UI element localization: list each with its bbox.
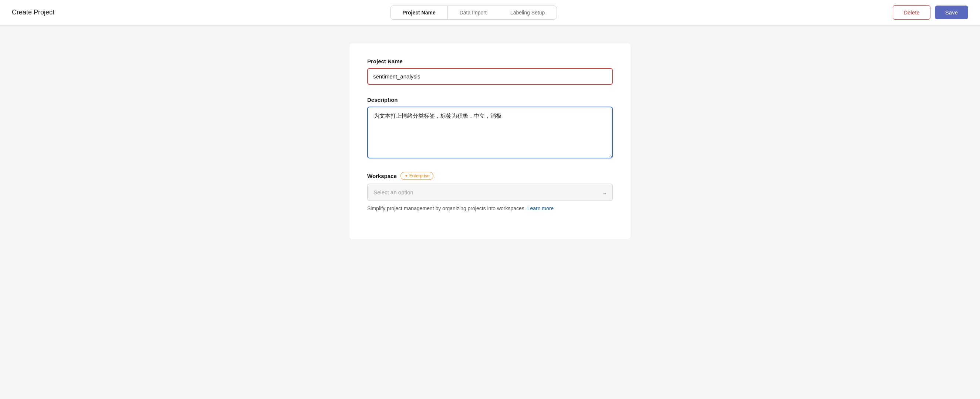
tab-project-name[interactable]: Project Name xyxy=(391,6,447,19)
workspace-group: Workspace ✦ Enterprise Select an option … xyxy=(367,172,613,212)
enterprise-badge-label: Enterprise xyxy=(409,173,430,179)
learn-more-link[interactable]: Learn more xyxy=(527,206,554,211)
tab-data-import[interactable]: Data Import xyxy=(448,6,498,19)
workspace-help-text: Simplify project management by organizin… xyxy=(367,205,613,212)
enterprise-star-icon: ✦ xyxy=(404,174,408,179)
main-content: Project Name Description 为文本打上情绪分类标签，标签为… xyxy=(0,26,980,257)
project-name-label: Project Name xyxy=(367,58,613,64)
page-title: Create Project xyxy=(12,8,54,16)
tab-labeling-setup[interactable]: Labeling Setup xyxy=(498,6,557,19)
description-group: Description 为文本打上情绪分类标签，标签为积极，中立，消极 xyxy=(367,97,613,160)
form-container: Project Name Description 为文本打上情绪分类标签，标签为… xyxy=(350,43,630,239)
help-text-content: Simplify project management by organizin… xyxy=(367,206,526,211)
delete-button[interactable]: Delete xyxy=(893,5,930,20)
workspace-label-row: Workspace ✦ Enterprise xyxy=(367,172,613,180)
enterprise-badge: ✦ Enterprise xyxy=(401,172,434,180)
header: Create Project Project Name Data Import … xyxy=(0,0,980,25)
workspace-label: Workspace xyxy=(367,173,397,179)
workspace-select-wrapper: Select an option ⌄ xyxy=(367,184,613,201)
description-textarea[interactable]: 为文本打上情绪分类标签，标签为积极，中立，消极 xyxy=(367,107,613,158)
save-button[interactable]: Save xyxy=(935,6,968,19)
project-name-input[interactable] xyxy=(367,68,613,85)
tab-navigation: Project Name Data Import Labeling Setup xyxy=(390,6,557,20)
description-label: Description xyxy=(367,97,613,103)
header-actions: Delete Save xyxy=(893,5,968,20)
workspace-select[interactable]: Select an option xyxy=(367,184,613,201)
project-name-group: Project Name xyxy=(367,58,613,85)
